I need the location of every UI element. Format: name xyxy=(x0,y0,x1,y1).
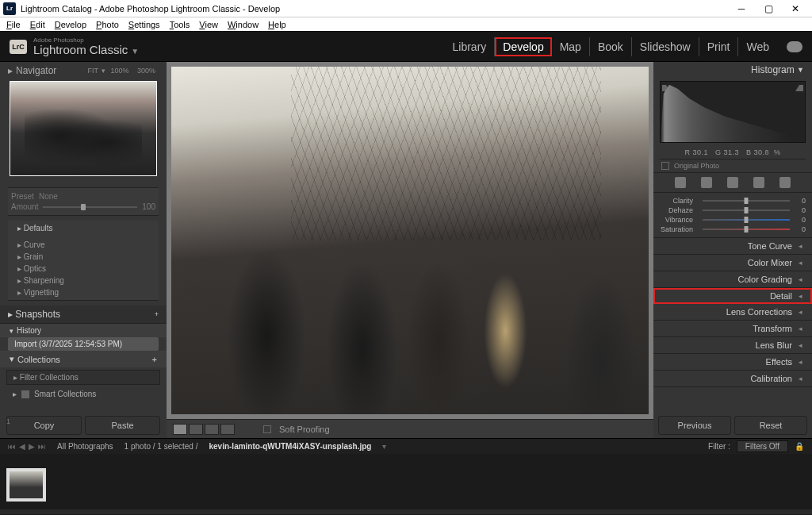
section-detail[interactable]: Detail◂ xyxy=(653,288,812,304)
filmstrip-scrollbar[interactable] xyxy=(0,509,812,514)
module-slideshow[interactable]: Slideshow xyxy=(632,37,699,56)
menu-window[interactable]: Window xyxy=(223,18,263,31)
navigator-header[interactable]: ▸ Navigator FIT▾ 100% 300% xyxy=(0,62,167,79)
navigator-preview[interactable] xyxy=(10,81,157,176)
healing-tool-icon[interactable] xyxy=(701,177,712,188)
smart-collections-item[interactable]: ▸Smart Collections xyxy=(6,387,160,401)
navigator-zoom[interactable]: FIT▾ 100% 300% xyxy=(84,67,159,75)
paste-button[interactable]: Paste xyxy=(85,416,160,435)
history-header[interactable]: ▾History xyxy=(0,324,167,337)
saturation-slider[interactable] xyxy=(703,229,790,230)
prev-photo-button[interactable]: ◀ xyxy=(19,442,25,451)
menu-photo[interactable]: Photo xyxy=(91,18,124,31)
menu-develop[interactable]: Develop xyxy=(50,18,91,31)
menu-file[interactable]: File xyxy=(2,18,25,31)
main-photo[interactable] xyxy=(171,67,649,414)
view-toggle-group xyxy=(173,424,235,435)
filter-lock-icon[interactable]: 🔒 xyxy=(795,442,804,451)
module-develop[interactable]: Develop xyxy=(495,37,551,56)
module-web[interactable]: Web xyxy=(738,37,777,56)
preset-value: None xyxy=(39,192,58,201)
menubar: File Edit Develop Photo Settings Tools V… xyxy=(0,17,812,32)
previous-button[interactable]: Previous xyxy=(658,416,731,435)
develop-toolbar: Soft Proofing xyxy=(167,419,653,438)
collections-header[interactable]: ▾Collections + xyxy=(0,351,167,367)
copy-button[interactable]: Copy xyxy=(6,416,82,435)
crumb-filename: kevin-laminto-qWUTM4iXASY-unsplash.jpg xyxy=(209,442,371,451)
preset-curve[interactable]: ▸ Curve xyxy=(13,239,154,251)
filmstrip[interactable]: 1 xyxy=(0,454,812,509)
brand-product[interactable]: Lightroom Classic▼ xyxy=(33,44,139,56)
loupe-view-button[interactable] xyxy=(173,424,187,435)
section-lens-corrections[interactable]: Lens Corrections◂ xyxy=(653,304,812,321)
amount-value: 100 xyxy=(142,202,155,211)
preset-defaults[interactable]: ▸ Defaults xyxy=(13,222,154,234)
preset-vignetting[interactable]: ▸ Vignetting xyxy=(13,286,154,298)
nav-arrows: ⏮ ◀ ▶ ⏭ xyxy=(8,442,46,451)
section-color-mixer[interactable]: Color Mixer◂ xyxy=(653,255,812,271)
clarity-slider[interactable] xyxy=(703,200,790,202)
filter-tool-icon[interactable] xyxy=(779,177,791,188)
crumb-folder[interactable]: All Photographs xyxy=(57,442,113,451)
section-calibration[interactable]: Calibration◂ xyxy=(653,371,812,387)
soft-proof-checkbox[interactable] xyxy=(263,425,271,433)
close-button[interactable]: ✕ xyxy=(782,1,809,17)
filter-group: Filter : Filters Off 🔒 xyxy=(708,440,804,452)
crumb-count: 1 photo / 1 selected / xyxy=(124,442,198,451)
menu-tools[interactable]: Tools xyxy=(165,18,195,31)
left-button-row: Copy Paste xyxy=(0,413,167,438)
minimize-button[interactable]: ─ xyxy=(728,1,755,17)
filter-collections-input[interactable]: ▸ Filter Collections xyxy=(6,370,160,385)
before-after-lr-button[interactable] xyxy=(189,424,203,435)
section-effects[interactable]: Effects◂ xyxy=(653,354,812,371)
section-lens-blur[interactable]: Lens Blur◂ xyxy=(653,337,812,354)
next-photo-button[interactable]: ▶ xyxy=(29,442,35,451)
reset-button[interactable]: Reset xyxy=(734,416,807,435)
histogram-header[interactable]: Histogram ▼ xyxy=(653,62,812,78)
cloud-sync-icon[interactable] xyxy=(787,41,802,52)
section-color-grading[interactable]: Color Grading◂ xyxy=(653,271,812,288)
reference-view-button[interactable] xyxy=(220,424,235,435)
last-photo-button[interactable]: ⏭ xyxy=(38,442,46,451)
module-library[interactable]: Library xyxy=(445,37,496,56)
filmstrip-thumb[interactable] xyxy=(6,468,46,502)
crop-tool-icon[interactable] xyxy=(675,177,686,188)
before-after-tb-button[interactable] xyxy=(205,424,219,435)
section-transform[interactable]: Transform◂ xyxy=(653,321,812,337)
mask-tool-icon[interactable] xyxy=(727,177,738,188)
dehaze-slider[interactable] xyxy=(703,209,790,211)
brand-text: Adobe Photoshop Lightroom Classic▼ xyxy=(33,37,139,56)
module-book[interactable]: Book xyxy=(590,37,632,56)
filter-dropdown[interactable]: Filters Off xyxy=(737,440,788,452)
module-print[interactable]: Print xyxy=(699,37,739,56)
menu-edit[interactable]: Edit xyxy=(25,18,50,31)
amount-slider[interactable] xyxy=(43,206,137,208)
center-area: Soft Proofing xyxy=(167,62,653,438)
menu-help[interactable]: Help xyxy=(263,18,291,31)
menu-settings[interactable]: Settings xyxy=(124,18,165,31)
menu-view[interactable]: View xyxy=(194,18,223,31)
module-map[interactable]: Map xyxy=(552,37,590,56)
first-photo-button[interactable]: ⏮ xyxy=(8,442,16,451)
maximize-button[interactable]: ▢ xyxy=(755,1,782,17)
preset-sharpening[interactable]: ▸ Sharpening xyxy=(13,275,154,286)
module-header: LrC Adobe Photoshop Lightroom Classic▼ L… xyxy=(0,32,812,62)
snapshots-header[interactable]: ▸ Snapshots+ xyxy=(0,306,167,324)
vibrance-slider[interactable] xyxy=(703,219,790,221)
right-panel: Histogram ▼ R 30.1 G 31.3 B 30.8 % Origi… xyxy=(653,62,812,438)
brand-block: LrC Adobe Photoshop Lightroom Classic▼ xyxy=(10,37,139,56)
window-titlebar: Lr Lightroom Catalog - Adobe Photoshop L… xyxy=(0,0,812,17)
original-photo-row[interactable]: Original Photo xyxy=(653,159,812,173)
dehaze-row: Dehaze 0 xyxy=(660,206,806,215)
preset-optics[interactable]: ▸ Optics xyxy=(13,263,154,275)
redeye-tool-icon[interactable] xyxy=(753,177,764,188)
section-tone-curve[interactable]: Tone Curve◂ xyxy=(653,238,812,255)
preset-list: ▸ Defaults ▸ Curve ▸ Grain ▸ Optics ▸ Sh… xyxy=(8,221,159,301)
preset-label: Preset xyxy=(11,192,34,201)
module-picker: Library Develop Map Book Slideshow Print… xyxy=(445,37,803,56)
history-entry[interactable]: Import (3/7/2025 12:54:53 PM) xyxy=(8,337,159,351)
histogram-display[interactable] xyxy=(660,81,806,143)
workspace: ▸ Navigator FIT▾ 100% 300% Preset None A… xyxy=(0,62,812,438)
preset-grain[interactable]: ▸ Grain xyxy=(13,251,154,263)
highlight-clip-icon[interactable] xyxy=(795,83,803,91)
